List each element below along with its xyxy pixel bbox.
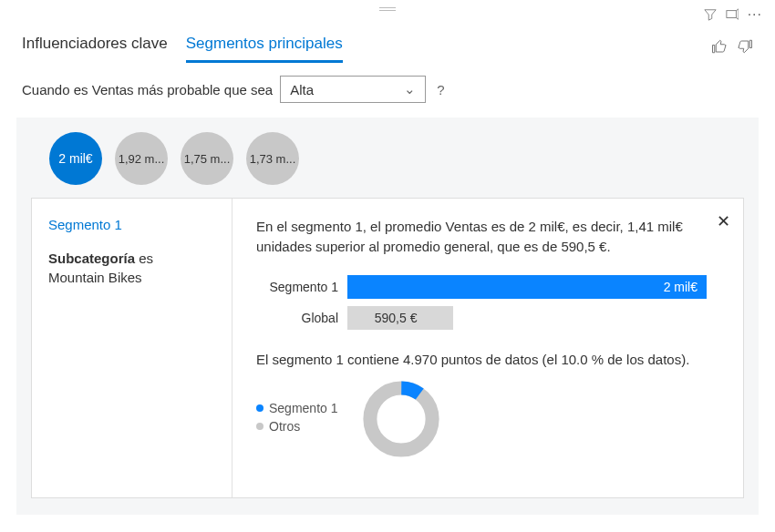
svg-rect-0 bbox=[727, 11, 737, 18]
legend-label-segment: Segmento 1 bbox=[269, 401, 338, 415]
bar-fill-segment: 2 mil€ bbox=[347, 275, 707, 299]
svg-point-1 bbox=[369, 387, 431, 449]
thumbs-up-icon[interactable] bbox=[711, 38, 728, 55]
bar-label-segment: Segmento 1 bbox=[256, 280, 347, 294]
bar-value-segment: 2 mil€ bbox=[664, 280, 698, 294]
bar-fill-global: 590,5 € bbox=[347, 306, 453, 330]
query-prefix: Cuando es Ventas más probable que sea bbox=[22, 82, 273, 97]
tab-top-segments[interactable]: Segmentos principales bbox=[186, 29, 343, 63]
legend-swatch-blue bbox=[256, 404, 264, 412]
bar-label-global: Global bbox=[256, 311, 347, 325]
drag-handle[interactable] bbox=[379, 7, 396, 11]
condition-value: Mountain Bikes bbox=[48, 270, 142, 285]
close-icon[interactable]: ✕ bbox=[717, 211, 730, 231]
donut-chart bbox=[360, 378, 442, 460]
target-value-dropdown[interactable]: Alta ⌄ bbox=[280, 76, 426, 103]
bar-row-segment: Segmento 1 2 mil€ bbox=[256, 275, 707, 299]
bar-row-global: Global 590,5 € bbox=[256, 306, 707, 330]
segment-detail-card: Segmento 1 Subcategoría es Mountain Bike… bbox=[31, 198, 744, 498]
legend-item-others: Otros bbox=[256, 419, 338, 434]
dropdown-selected-value: Alta bbox=[290, 82, 314, 97]
segment-bubbles: 2 mil€ 1,92 m... 1,75 m... 1,73 m... bbox=[31, 128, 744, 198]
segment-summary-text: En el segmento 1, el promedio Ventas es … bbox=[256, 217, 707, 257]
help-icon[interactable]: ? bbox=[433, 82, 444, 97]
thumbs-down-icon[interactable] bbox=[737, 38, 753, 55]
focus-mode-icon[interactable] bbox=[726, 8, 739, 21]
segment-bubble-1[interactable]: 2 mil€ bbox=[49, 132, 102, 185]
segment-bubble-4[interactable]: 1,73 m... bbox=[246, 132, 299, 185]
segment-title: Segmento 1 bbox=[48, 217, 215, 232]
legend-swatch-grey bbox=[256, 423, 264, 430]
filter-icon[interactable] bbox=[704, 8, 717, 21]
more-options-icon[interactable]: ··· bbox=[748, 6, 762, 23]
data-points-text: El segmento 1 contiene 4.970 puntos de d… bbox=[256, 352, 707, 367]
segment-bubble-2[interactable]: 1,92 m... bbox=[115, 132, 168, 185]
segment-condition: Subcategoría es Mountain Bikes bbox=[48, 249, 215, 287]
donut-legend: Segmento 1 Otros bbox=[256, 401, 338, 437]
legend-label-others: Otros bbox=[269, 419, 300, 434]
segment-bubble-3[interactable]: 1,75 m... bbox=[181, 132, 233, 185]
tab-bar: Influenciadores clave Segmentos principa… bbox=[22, 29, 343, 63]
chevron-down-icon: ⌄ bbox=[404, 81, 416, 97]
tab-key-influencers[interactable]: Influenciadores clave bbox=[22, 29, 168, 63]
condition-verb: es bbox=[139, 251, 153, 266]
condition-field: Subcategoría bbox=[48, 251, 135, 266]
legend-item-segment: Segmento 1 bbox=[256, 401, 338, 415]
bar-value-global: 590,5 € bbox=[375, 311, 418, 325]
query-row: Cuando es Ventas más probable que sea Al… bbox=[9, 63, 766, 118]
